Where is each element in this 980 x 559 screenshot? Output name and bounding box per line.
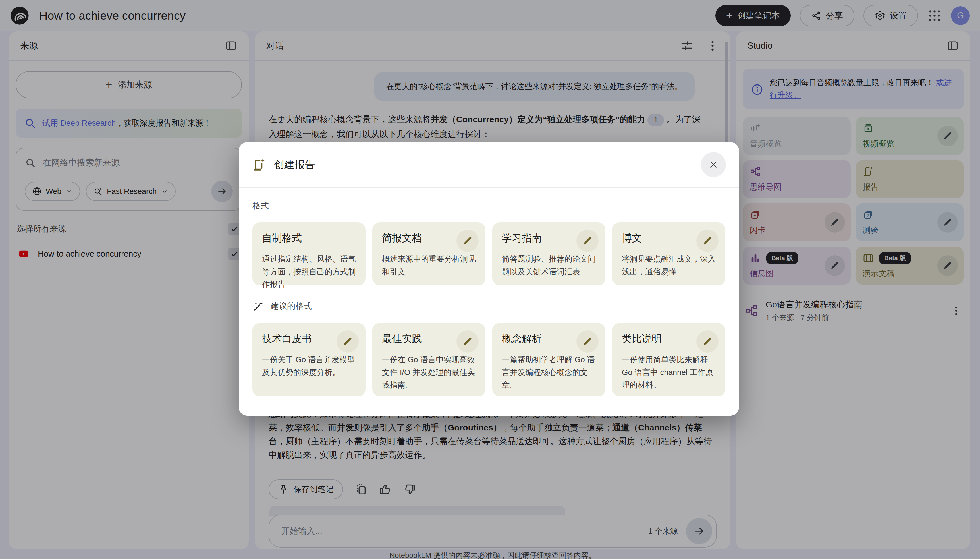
suggested-format-card[interactable]: 类比说明一份使用简单类比来解释 Go 语言中 channel 工作原理的材料。 — [612, 323, 725, 396]
format-card-grid: 自制格式通过指定结构、风格、语气等方面，按照自己的方式制作报告简报文档概述来源中… — [252, 222, 725, 286]
format-card-desc: 简答题测验、推荐的论文问题以及关键术语词汇表 — [502, 253, 596, 278]
format-card[interactable]: 简报文档概述来源中的重要分析洞见和引文 — [372, 222, 485, 286]
suggested-format-card-desc: 一份在 Go 语言中实现高效文件 I/O 并发处理的最佳实践指南。 — [382, 354, 476, 392]
suggested-card-grid: 技术白皮书一份关于 Go 语言并发模型及其优势的深度分析。最佳实践一份在 Go … — [252, 323, 725, 396]
create-report-modal: 创建报告 格式 自制格式通过指定结构、风格、语气等方面，按照自己的方式制作报告简… — [239, 142, 739, 416]
edit-format-button[interactable] — [576, 331, 599, 352]
format-card-desc: 将洞见要点融汇成文，深入浅出，通俗易懂 — [622, 253, 716, 278]
pencil-icon — [582, 336, 593, 347]
pencil-icon — [702, 336, 713, 347]
suggested-format-card-desc: 一份关于 Go 语言并发模型及其优势的深度分析。 — [262, 354, 356, 379]
edit-format-button[interactable] — [696, 331, 719, 352]
edit-format-button[interactable] — [457, 331, 478, 352]
close-icon — [708, 159, 719, 170]
pencil-icon — [582, 235, 593, 246]
formats-section-label: 格式 — [252, 200, 725, 212]
report-icon — [252, 157, 266, 172]
format-card[interactable]: 学习指南简答题测验、推荐的论文问题以及关键术语词汇表 — [492, 222, 605, 286]
suggested-format-card-desc: 一份使用简单类比来解释 Go 语言中 channel 工作原理的材料。 — [622, 354, 716, 392]
suggested-section-label: 建议的格式 — [271, 301, 312, 312]
pencil-icon — [462, 235, 473, 246]
format-card[interactable]: 博文将洞见要点融汇成文，深入浅出，通俗易懂 — [612, 222, 725, 286]
format-card-desc: 概述来源中的重要分析洞见和引文 — [382, 253, 476, 278]
pencil-icon — [342, 336, 353, 347]
close-modal-button[interactable] — [701, 152, 726, 177]
notebooklm-app: How to achieve concurrency + 创建笔记本 分享 设置… — [0, 0, 980, 559]
suggested-format-card[interactable]: 技术白皮书一份关于 Go 语言并发模型及其优势的深度分析。 — [252, 323, 366, 396]
edit-format-button[interactable] — [696, 230, 719, 252]
pencil-icon — [462, 336, 473, 347]
suggested-format-card[interactable]: 概念解析一篇帮助初学者理解 Go 语言并发编程核心概念的文章。 — [492, 323, 605, 396]
modal-title: 创建报告 — [274, 158, 315, 172]
edit-format-button[interactable] — [457, 230, 478, 252]
format-card-title: 自制格式 — [262, 232, 356, 245]
pencil-icon — [702, 235, 713, 246]
magic-wand-icon — [252, 300, 264, 312]
format-card[interactable]: 自制格式通过指定结构、风格、语气等方面，按照自己的方式制作报告 — [252, 222, 366, 286]
suggested-format-card[interactable]: 最佳实践一份在 Go 语言中实现高效文件 I/O 并发处理的最佳实践指南。 — [372, 323, 485, 396]
edit-format-button[interactable] — [337, 331, 359, 352]
edit-format-button[interactable] — [576, 230, 599, 252]
format-card-desc: 通过指定结构、风格、语气等方面，按照自己的方式制作报告 — [262, 253, 356, 291]
suggested-format-card-desc: 一篇帮助初学者理解 Go 语言并发编程核心概念的文章。 — [502, 354, 596, 392]
